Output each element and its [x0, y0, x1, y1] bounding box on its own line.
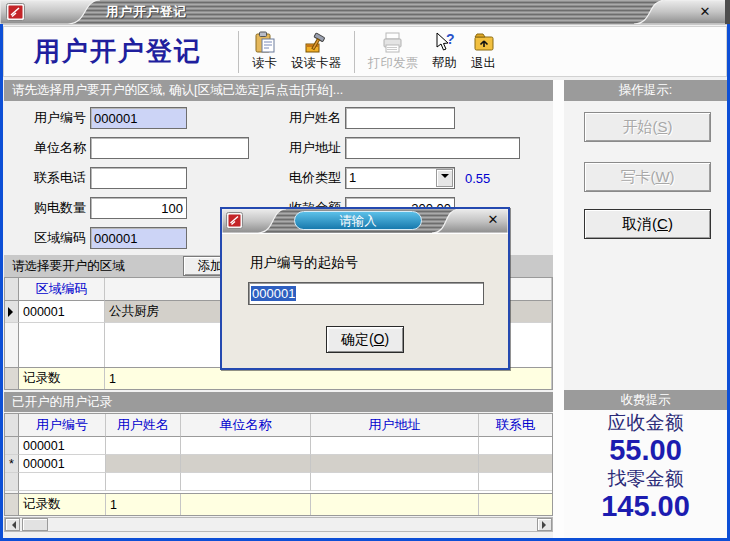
price-type-label: 电价类型: [287, 169, 341, 187]
scroll-right-button[interactable]: [537, 518, 552, 531]
current-row-icon: [5, 301, 19, 323]
svg-text:?: ?: [446, 31, 455, 47]
print-invoice-button: 打印发票: [361, 29, 425, 74]
user-no-field[interactable]: [90, 107, 187, 129]
price-type-dropdown-button[interactable]: [436, 169, 453, 187]
receivable-value: 55.00: [564, 434, 727, 466]
dialog-title: 请输入: [294, 211, 422, 230]
user-footer-label: 记录数: [19, 494, 106, 515]
dialog-logo-icon: [226, 212, 243, 229]
scroll-left-button[interactable]: [5, 518, 20, 531]
price-rate-value: 0.55: [465, 171, 490, 186]
app-window: 用户开户登记 ✕ 用户开户登记 读卡 设读卡: [0, 0, 730, 541]
phone-label: 联系电话: [8, 169, 86, 187]
user-col-no: 用户编号: [19, 414, 106, 437]
unit-name-label: 单位名称: [8, 139, 86, 157]
close-icon[interactable]: ✕: [696, 3, 714, 21]
read-card-label: 读卡: [252, 55, 277, 72]
user-records-table: 用户编号 用户姓名 单位名称 用户地址 联系电 000001 * 000001: [4, 413, 553, 516]
qty-field[interactable]: [90, 197, 187, 219]
price-type-select[interactable]: 1: [345, 167, 455, 189]
dialog-titlebar[interactable]: 请输入 ✕: [222, 209, 508, 233]
toolbar-separator: [354, 31, 355, 73]
region-filler: [5, 323, 19, 367]
exit-button[interactable]: 退出: [464, 29, 503, 74]
horizontal-scrollbar[interactable]: [4, 517, 553, 532]
start-button: 开始(S): [584, 112, 711, 142]
user-table-row[interactable]: * 000001: [5, 455, 552, 473]
region-code-label: 区域编码: [8, 229, 86, 247]
price-type-value: 1: [349, 170, 356, 185]
user-addr-field[interactable]: [345, 137, 520, 159]
help-label: 帮助: [432, 55, 457, 72]
toolbar-separator: [238, 31, 239, 73]
action-panel: [564, 101, 727, 390]
printer-icon: [381, 31, 405, 55]
setup-reader-label: 设读卡器: [291, 55, 341, 72]
cancel-button[interactable]: 取消(C): [584, 209, 711, 239]
window-titlebar[interactable]: 用户开户登记 ✕: [0, 0, 730, 24]
region-section-title: 请选择要开户的区域: [12, 258, 125, 275]
change-value: 145.00: [564, 490, 727, 522]
start-number-input[interactable]: 000001: [248, 282, 484, 305]
read-card-button[interactable]: 读卡: [245, 29, 284, 74]
change-label: 找零金额: [564, 466, 727, 490]
exit-icon: [472, 31, 496, 55]
row-marker: *: [5, 455, 19, 473]
row-marker: [5, 437, 19, 455]
receivable-label: 应收金额: [564, 410, 727, 434]
action-panel-title: 操作提示:: [564, 80, 727, 101]
user-name-field[interactable]: [345, 107, 455, 129]
user-col-addr: 用户地址: [311, 414, 479, 437]
fee-panel: 应收金额 55.00 找零金额 145.00: [564, 410, 727, 538]
exit-label: 退出: [471, 55, 496, 72]
user-table-row[interactable]: 000001: [5, 437, 552, 455]
dialog-body: 用户编号的起始号 000001 确定(O): [222, 233, 508, 368]
app-logo-icon: [6, 3, 25, 21]
region-footer-label: 记录数: [19, 368, 105, 389]
help-icon: ?: [433, 31, 457, 55]
instruction-bar: 请先选择用户要开户的区域, 确认[区域已选定]后点击[开始]...: [4, 80, 553, 101]
user-records-title: 已开户的用户记录: [4, 392, 553, 412]
scroll-left-icon: [8, 521, 16, 529]
write-card-button: 写卡(W): [584, 162, 711, 192]
page-title: 用户开户登记: [4, 34, 232, 69]
unit-name-field[interactable]: [90, 137, 249, 159]
region-marker-header: [5, 278, 19, 301]
user-no-label: 用户编号: [8, 109, 86, 127]
user-col-name: 用户姓名: [106, 414, 181, 437]
region-col-code: 区域编码: [19, 278, 105, 301]
region-footer-count: 1: [105, 368, 552, 389]
panel-divider: [553, 80, 564, 538]
dialog-prompt: 用户编号的起始号: [250, 254, 358, 272]
input-dialog: 请输入 ✕ 用户编号的起始号 000001 确定(O): [220, 207, 510, 370]
qty-label: 购电数量: [8, 199, 86, 217]
phone-field[interactable]: [90, 167, 187, 189]
user-addr-label: 用户地址: [287, 139, 341, 157]
chevron-down-icon: [441, 174, 449, 182]
user-table-row[interactable]: [5, 473, 552, 491]
region-code-field[interactable]: [90, 227, 187, 249]
user-row-no: 000001: [19, 437, 106, 455]
setup-reader-button[interactable]: 设读卡器: [284, 29, 348, 74]
region-row-code: 000001: [19, 301, 105, 323]
ok-button[interactable]: 确定(O): [326, 326, 404, 353]
user-col-phone: 联系电: [479, 414, 552, 437]
user-col-unit: 单位名称: [181, 414, 311, 437]
fee-panel-title: 收费提示: [564, 390, 727, 410]
toolbar: 用户开户登记 读卡 设读卡器: [3, 26, 727, 77]
help-button[interactable]: ? 帮助: [425, 29, 464, 74]
user-name-label: 用户姓名: [287, 109, 341, 127]
scroll-right-icon: [542, 521, 550, 529]
window-title: 用户开户登记: [106, 4, 187, 21]
scrollbar-thumb[interactable]: [22, 518, 48, 531]
user-row-no: 000001: [19, 455, 106, 473]
card-reader-icon: [253, 31, 277, 55]
user-footer-count: 1: [106, 494, 181, 515]
reader-setup-icon: [304, 31, 328, 55]
dialog-close-icon[interactable]: ✕: [484, 211, 502, 229]
selected-input-text: 000001: [251, 286, 296, 301]
print-invoice-label: 打印发票: [368, 55, 418, 72]
